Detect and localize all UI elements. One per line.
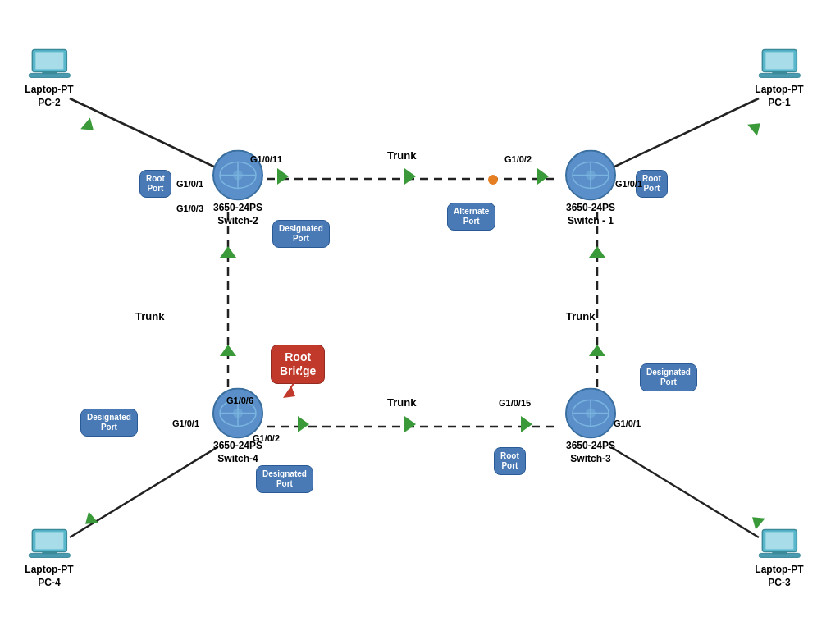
blocked-port-dot — [488, 175, 498, 185]
root-bridge-label: RootBridge — [271, 345, 325, 384]
switch3-node: 3650-24PSSwitch-3 — [565, 387, 616, 465]
svg-point-27 — [586, 408, 596, 418]
arrow-pc4 — [80, 511, 98, 529]
switch2-label: 3650-24PSSwitch-2 — [213, 202, 262, 227]
switch1-icon — [565, 149, 616, 200]
arrow-sw1-sw3-bot — [589, 345, 605, 356]
sw1-g102-label: G1/0/2 — [504, 154, 532, 164]
designated-port-sw3: DesignatedPort — [640, 363, 697, 391]
trunk-label-bottom: Trunk — [387, 396, 416, 409]
pc3-label: Laptop-PTPC-3 — [755, 564, 803, 589]
svg-rect-43 — [772, 551, 787, 554]
svg-point-22 — [233, 408, 243, 418]
pc1-node: Laptop-PTPC-1 — [755, 46, 803, 109]
svg-rect-29 — [35, 52, 63, 69]
arrow-sw4-sw3-left — [298, 416, 309, 432]
root-port-sw2: RootPort — [139, 170, 171, 198]
sw2-g101-label: G1/0/1 — [176, 179, 203, 189]
pc2-label: Laptop-PTPC-2 — [25, 84, 73, 109]
pc3-icon — [757, 526, 801, 562]
arrow-sw4-sw3-right — [521, 416, 532, 432]
pc4-label: Laptop-PTPC-4 — [25, 564, 73, 589]
arrow-sw2-sw1-mid — [404, 168, 416, 185]
designated-port-sw4-left: DesignatedPort — [80, 409, 138, 437]
arrow-pc1 — [747, 117, 765, 135]
arrow-sw1-sw3-top — [589, 246, 605, 258]
svg-point-17 — [586, 170, 596, 180]
network-lines — [0, 0, 840, 640]
svg-marker-45 — [283, 386, 295, 398]
switch1-node: 3650-24PSSwitch - 1 — [565, 149, 616, 227]
svg-rect-39 — [42, 551, 57, 554]
sw4-g106-label: G1/0/6 — [226, 395, 253, 405]
svg-rect-41 — [765, 532, 793, 549]
pc1-icon — [757, 46, 801, 82]
trunk-label-top: Trunk — [387, 149, 416, 162]
sw4-g101-label: G1/0/1 — [172, 418, 199, 428]
designated-port-sw4-trunk: DesignatedPort — [256, 465, 313, 493]
pc4-icon — [27, 526, 71, 562]
sw3-g101-label: G1/0/1 — [614, 418, 641, 428]
sw2-g1011-label: G1/0/11 — [250, 154, 282, 164]
arrow-pc2 — [80, 117, 98, 135]
svg-point-12 — [233, 170, 243, 180]
svg-line-3 — [611, 447, 759, 537]
trunk-label-left: Trunk — [135, 310, 164, 322]
pc4-node: Laptop-PTPC-4 — [25, 526, 73, 589]
root-port-sw3: RootPort — [494, 447, 526, 475]
svg-rect-37 — [35, 532, 63, 549]
alternate-port-sw1: AlternatePort — [447, 203, 495, 231]
svg-line-0 — [70, 98, 217, 168]
pc2-icon — [27, 46, 71, 82]
switch3-icon — [565, 387, 616, 438]
arrow-sw2-sw4-top — [220, 246, 236, 258]
sw4-g102-label: G1/0/2 — [253, 433, 280, 443]
sw1-g101-label: G1/0/1 — [615, 179, 642, 189]
switch4-label: 3650-24PSSwitch-4 — [213, 440, 262, 465]
svg-rect-35 — [772, 71, 787, 74]
arrow-sw4-sw3-mid — [404, 416, 416, 432]
sw3-g1015-label: G1/0/15 — [499, 398, 531, 408]
arrow-sw2-sw1-right — [537, 168, 549, 185]
switch3-label: 3650-24PSSwitch-3 — [566, 440, 615, 465]
trunk-label-right: Trunk — [566, 310, 595, 322]
svg-line-1 — [611, 98, 759, 168]
sw2-g103-label: G1/0/3 — [176, 203, 203, 213]
arrow-sw2-sw4-bot — [220, 345, 236, 356]
designated-port-sw2-trunk: DesignatedPort — [272, 220, 330, 248]
diagram-canvas: 3650-24PSSwitch-2 3650-24PSSwitch - 1 36… — [0, 0, 840, 640]
svg-rect-33 — [765, 52, 793, 69]
arrow-sw2-sw1-left — [277, 168, 289, 185]
pc3-node: Laptop-PTPC-3 — [755, 526, 803, 589]
pc2-node: Laptop-PTPC-2 — [25, 46, 73, 109]
pc1-label: Laptop-PTPC-1 — [755, 84, 803, 109]
switch1-label: 3650-24PSSwitch - 1 — [566, 202, 615, 227]
svg-rect-31 — [42, 71, 57, 74]
